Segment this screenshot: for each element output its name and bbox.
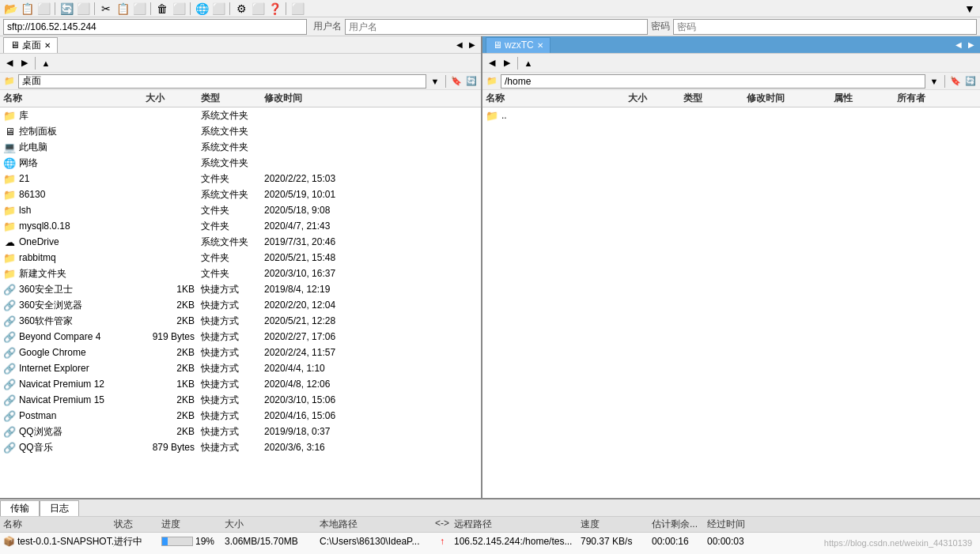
left-file-type-17: 快捷方式 [201,378,264,391]
password-label: 密码 [651,20,670,33]
right-addr-down[interactable]: ▼ [928,75,940,88]
left-file-row-14[interactable]: 🔗 Beyond Compare 4 919 Bytes 快捷方式 2020/2… [0,329,481,345]
left-file-size-17: 1KB [146,379,201,390]
left-tab-nav-next[interactable]: ▶ [467,40,478,50]
left-file-row-10[interactable]: 📁 新建文件夹 文件夹 2020/3/10, 16:37 [0,266,481,281]
right-col-owner[interactable]: 所有者 [897,92,960,105]
left-bookmark-btn[interactable]: 🔖 [450,75,463,88]
left-file-type-14: 快捷方式 [201,330,264,344]
right-file-row-0[interactable]: 📁 .. [482,107,980,123]
left-addr-down[interactable]: ▼ [429,75,441,88]
toolbar-sep-3 [150,2,151,15]
left-file-row-18[interactable]: 🔗 Navicat Premium 15 2KB 快捷方式 2020/3/10,… [0,392,481,408]
left-file-list[interactable]: 📁 库 系统文件夹 🖥 控制面板 系统文件夹 💻 此电脑 系统文件夹 🌐 网络 … [0,107,481,498]
tr-remote-0: 106.52.145.244:/home/tes... [454,536,581,547]
toolbar-icon-10[interactable]: ⬜ [172,2,186,16]
right-up-btn[interactable]: ▲ [522,57,535,70]
right-col-size[interactable]: 大小 [628,92,683,105]
toolbar-icon-13[interactable]: ⚙ [234,2,248,16]
left-col-date[interactable]: 修改时间 [264,92,367,105]
right-col-name[interactable]: 名称 [486,92,628,105]
right-col-attr[interactable]: 属性 [834,92,897,105]
left-file-row-4[interactable]: 📁 21 文件夹 2020/2/22, 15:03 [0,171,481,187]
right-tab-nav-next[interactable]: ▶ [966,40,977,50]
left-tab-close[interactable]: ✕ [44,41,51,50]
left-file-row-8[interactable]: ☁ OneDrive 系统文件夹 2019/7/31, 20:46 [0,234,481,250]
tr-eta-0: 00:00:16 [652,536,707,547]
password-input[interactable] [673,19,977,35]
toolbar-icon-1[interactable]: 📂 [3,2,17,16]
right-forward-btn[interactable]: ▶ [501,57,513,70]
right-col-date[interactable]: 修改时间 [747,92,834,105]
left-path-input[interactable] [18,74,426,89]
bottom-tab-log[interactable]: 日志 [40,500,79,516]
left-file-type-15: 快捷方式 [201,346,264,360]
left-col-size[interactable]: 大小 [146,92,201,105]
right-sep-2 [944,75,945,88]
toolbar-icon-3[interactable]: ⬜ [36,2,51,16]
bottom-tab-transfer[interactable]: 传输 [0,500,40,516]
right-tab-nav-prev[interactable]: ◀ [953,40,964,50]
left-file-type-16: 快捷方式 [201,362,264,375]
right-tab-wzxtc[interactable]: 🖥 wzxTC ✕ [486,37,551,53]
left-file-row-3[interactable]: 🌐 网络 系统文件夹 [0,155,481,171]
toolbar-icon-2[interactable]: 📋 [20,2,34,16]
toolbar-icon-8[interactable]: ⬜ [132,2,146,16]
left-file-row-2[interactable]: 💻 此电脑 系统文件夹 [0,139,481,155]
left-tab-desktop[interactable]: 🖥 桌面 ✕ [3,37,58,53]
left-file-row-19[interactable]: 🔗 Postman 2KB 快捷方式 2020/4/16, 15:06 [0,408,481,424]
left-file-row-12[interactable]: 🔗 360安全浏览器 2KB 快捷方式 2020/2/20, 12:04 [0,297,481,313]
right-file-list[interactable]: 📁 .. [482,107,980,498]
left-file-row-9[interactable]: 📁 rabbitmq 文件夹 2020/5/21, 15:48 [0,250,481,266]
toolbar-icon-6[interactable]: ✂ [99,2,113,16]
left-file-icon-20: 🔗 [3,425,16,438]
left-file-date-14: 2020/2/27, 17:06 [264,331,367,342]
left-up-btn[interactable]: ▲ [40,57,52,70]
left-file-icon-7: 📁 [3,220,16,232]
right-panel-toolbar: ◀ ▶ ▲ [482,54,980,73]
remote-address-input[interactable] [3,19,307,35]
left-file-row-0[interactable]: 📁 库 系统文件夹 [0,107,481,123]
toolbar-icon-16[interactable]: ⬜ [290,2,305,16]
left-refresh-btn[interactable]: 🔄 [465,75,478,88]
left-file-date-18: 2020/3/10, 15:06 [264,394,367,405]
toolbar-icon-11[interactable]: 🌐 [195,2,209,16]
toolbar-icon-7[interactable]: 📋 [115,2,130,16]
right-path-input[interactable] [501,74,925,89]
th-eta: 估计剩余... [652,518,707,531]
left-file-row-21[interactable]: 🔗 QQ音乐 879 Bytes 快捷方式 2020/3/6, 3:16 [0,439,481,455]
left-file-name-2: 此电脑 [19,141,146,154]
toolbar-icon-4[interactable]: 🔄 [59,2,74,16]
toolbar-icon-12[interactable]: ⬜ [211,2,225,16]
right-tab-wzxtc-icon: 🖥 [493,40,502,51]
left-file-row-15[interactable]: 🔗 Google Chrome 2KB 快捷方式 2020/2/24, 11:5… [0,345,481,360]
toolbar-icon-5[interactable]: ⬜ [76,2,90,16]
left-file-row-13[interactable]: 🔗 360软件管家 2KB 快捷方式 2020/5/21, 12:28 [0,313,481,329]
left-file-icon-0: 📁 [3,109,16,122]
left-file-row-1[interactable]: 🖥 控制面板 系统文件夹 [0,123,481,139]
left-file-row-16[interactable]: 🔗 Internet Explorer 2KB 快捷方式 2020/4/4, 1… [0,360,481,376]
left-file-row-11[interactable]: 🔗 360安全卫士 1KB 快捷方式 2019/8/4, 12:19 [0,281,481,297]
left-file-row-6[interactable]: 📁 lsh 文件夹 2020/5/18, 9:08 [0,202,481,218]
toolbar-icon-14[interactable]: ⬜ [251,2,265,16]
left-col-name[interactable]: 名称 [3,92,146,105]
left-file-row-7[interactable]: 📁 mysql8.0.18 文件夹 2020/4/7, 21:43 [0,218,481,234]
left-forward-btn[interactable]: ▶ [18,57,31,70]
toolbar-icon-9[interactable]: 🗑 [155,2,169,16]
right-tab-close[interactable]: ✕ [537,41,543,50]
right-refresh-btn[interactable]: 🔄 [964,75,977,88]
left-file-row-20[interactable]: 🔗 QQ浏览器 2KB 快捷方式 2019/9/18, 0:37 [0,424,481,439]
left-tab-nav-prev[interactable]: ◀ [454,40,465,50]
right-col-type[interactable]: 类型 [683,92,747,105]
left-file-size-16: 2KB [146,363,201,374]
right-back-btn[interactable]: ◀ [486,57,498,70]
left-file-row-17[interactable]: 🔗 Navicat Premium 12 1KB 快捷方式 2020/4/8, … [0,376,481,392]
toolbar-icon-15[interactable]: ❓ [267,2,282,16]
left-back-btn[interactable]: ◀ [3,57,16,70]
chevron-down-icon[interactable]: ▼ [963,2,977,16]
right-bookmark-btn[interactable]: 🔖 [949,75,962,88]
username-input[interactable] [345,19,649,35]
th-elapsed: 经过时间 [707,518,762,531]
left-col-type[interactable]: 类型 [201,92,264,105]
left-file-row-5[interactable]: 📁 86130 系统文件夹 2020/5/19, 10:01 [0,187,481,202]
